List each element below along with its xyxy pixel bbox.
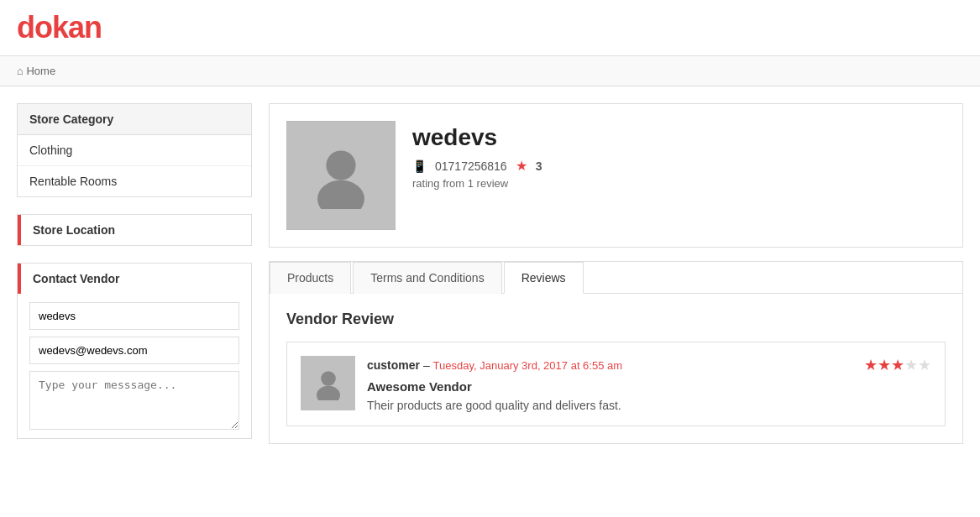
contact-name-input[interactable] (29, 302, 239, 330)
contact-message-textarea[interactable] (29, 371, 239, 430)
tab-reviews[interactable]: Reviews (504, 262, 584, 294)
review-avatar-image (312, 367, 345, 400)
main-container: Store Category Clothing Rentable Rooms S… (0, 86, 980, 461)
header: dokan (0, 0, 980, 56)
breadcrumb: ⌂ Home (0, 56, 980, 86)
review-star-5: ★ (918, 356, 931, 374)
store-location-section: Store Location (17, 214, 252, 246)
store-avatar (286, 121, 396, 230)
review-date: Tuesday, January 3rd, 2017 at 6:55 am (433, 359, 622, 372)
store-category-section: Store Category Clothing Rentable Rooms (17, 103, 252, 197)
review-author-line: customer – Tuesday, January 3rd, 2017 at… (367, 358, 622, 372)
store-name: wedevs (412, 124, 542, 151)
svg-point-0 (326, 150, 355, 180)
contact-fields (18, 294, 251, 438)
tabs-container: Products Terms and Conditions Reviews (269, 261, 963, 294)
review-separator: – (420, 358, 433, 372)
sidebar-item-rentable-rooms[interactable]: Rentable Rooms (18, 166, 251, 196)
phone-icon: 📱 (412, 159, 427, 173)
svg-point-2 (321, 371, 336, 386)
review-content: customer – Tuesday, January 3rd, 2017 at… (367, 356, 931, 412)
store-phone: 01717256816 (435, 159, 507, 173)
tab-terms[interactable]: Terms and Conditions (353, 262, 501, 294)
review-star-2: ★ (878, 356, 891, 374)
review-body: Their products are good quality and deli… (367, 399, 931, 412)
contact-email-input[interactable] (29, 337, 239, 364)
sidebar-item-clothing[interactable]: Clothing (18, 135, 251, 166)
tab-products[interactable]: Products (270, 262, 351, 294)
home-link[interactable]: Home (26, 65, 55, 77)
store-rating-count: 3 (536, 159, 542, 173)
avatar-image (307, 142, 375, 209)
star-icon-1: ★ (516, 158, 527, 174)
store-location-title: Store Location (18, 215, 251, 245)
review-card: customer – Tuesday, January 3rd, 2017 at… (286, 342, 946, 426)
home-icon: ⌂ (17, 65, 24, 77)
store-rating-text: rating from 1 review (412, 177, 542, 190)
svg-point-3 (317, 385, 340, 400)
contact-vendor-section: Contact Vendor (17, 263, 252, 439)
review-star-4: ★ (904, 356, 918, 374)
tab-panel-reviews: Vendor Review customer – Tuesday, Januar… (269, 294, 963, 444)
store-meta: 📱 01717256816 ★ 3 (412, 158, 542, 174)
vendor-review-title: Vendor Review (286, 311, 946, 328)
logo[interactable]: dokan (17, 10, 963, 45)
logo-text: okan (34, 10, 102, 44)
review-star-3: ★ (891, 356, 904, 374)
review-star-1: ★ (864, 356, 878, 374)
review-author: customer (367, 358, 420, 372)
review-header: customer – Tuesday, January 3rd, 2017 at… (367, 356, 931, 374)
sidebar: Store Category Clothing Rentable Rooms S… (17, 103, 252, 444)
review-stars: ★ ★ ★ ★ ★ (864, 356, 931, 374)
contact-vendor-title: Contact Vendor (18, 264, 251, 294)
logo-accent: d (17, 10, 34, 44)
svg-point-1 (317, 180, 364, 209)
store-info: wedevs 📱 01717256816 ★ 3 rating from 1 r… (412, 121, 542, 190)
review-avatar (301, 356, 355, 410)
review-title-text: Awesome Vendor (367, 379, 931, 394)
tabs: Products Terms and Conditions Reviews (270, 262, 962, 294)
store-category-title: Store Category (18, 104, 251, 135)
content-area: wedevs 📱 01717256816 ★ 3 rating from 1 r… (269, 103, 963, 444)
store-header-card: wedevs 📱 01717256816 ★ 3 rating from 1 r… (269, 103, 963, 248)
